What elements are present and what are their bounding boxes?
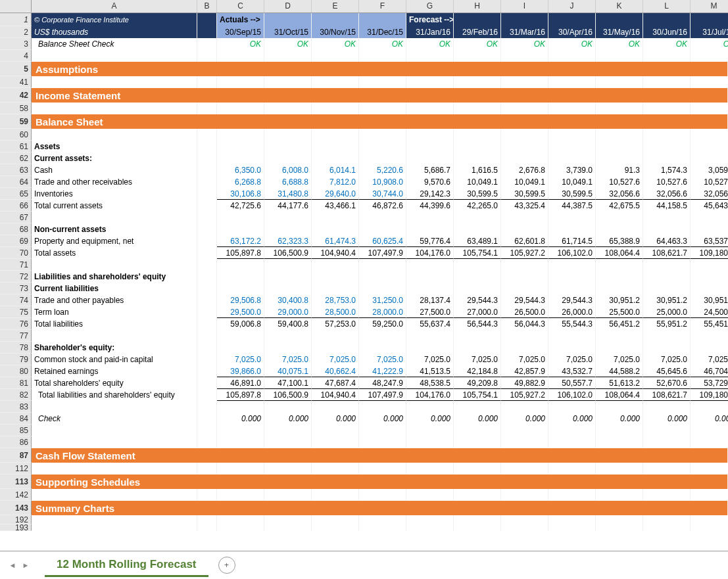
cell[interactable] bbox=[596, 212, 643, 223]
tab-nav-first-icon[interactable]: ◄ bbox=[7, 559, 18, 571]
cell[interactable]: 10,049.1 bbox=[548, 176, 596, 188]
cell[interactable] bbox=[691, 212, 728, 223]
cell[interactable] bbox=[501, 425, 548, 436]
cell[interactable] bbox=[454, 129, 501, 141]
cell[interactable] bbox=[596, 103, 643, 114]
cell[interactable]: 6,268.8 bbox=[217, 176, 264, 188]
cell[interactable]: 31/Jan/16 bbox=[406, 26, 454, 38]
cell[interactable] bbox=[264, 342, 312, 354]
cell[interactable] bbox=[264, 259, 312, 271]
cell[interactable]: 104,940.4 bbox=[312, 389, 359, 401]
cell[interactable] bbox=[312, 342, 359, 354]
cell[interactable] bbox=[197, 330, 217, 342]
cell[interactable] bbox=[548, 436, 596, 448]
cell[interactable]: 44,177.6 bbox=[264, 200, 312, 212]
cell[interactable] bbox=[197, 13, 217, 26]
cell[interactable]: Total liabilities bbox=[32, 318, 197, 330]
cell[interactable] bbox=[643, 129, 691, 141]
row-header[interactable]: 42 bbox=[0, 88, 32, 103]
cell[interactable] bbox=[501, 342, 548, 354]
cell[interactable]: 6,688.8 bbox=[264, 176, 312, 188]
cell[interactable]: 31,480.8 bbox=[264, 188, 312, 200]
cell[interactable] bbox=[197, 200, 217, 212]
cell[interactable] bbox=[691, 76, 728, 88]
cell[interactable] bbox=[548, 342, 596, 354]
cell[interactable] bbox=[406, 436, 454, 448]
cell[interactable] bbox=[501, 271, 548, 283]
cell[interactable] bbox=[264, 401, 312, 413]
cell[interactable]: 44,399.6 bbox=[406, 200, 454, 212]
cell[interactable] bbox=[643, 103, 691, 114]
cell[interactable]: 109,180.8 bbox=[691, 247, 728, 259]
cell[interactable]: 5,686.7 bbox=[406, 164, 454, 176]
cell[interactable]: Assumptions bbox=[32, 62, 728, 76]
cell[interactable] bbox=[643, 13, 691, 26]
row-header[interactable]: 69 bbox=[0, 235, 32, 247]
row-header[interactable]: 81 bbox=[0, 377, 32, 389]
cell[interactable] bbox=[217, 141, 264, 152]
cell[interactable]: Term loan bbox=[32, 306, 197, 318]
cell[interactable]: 1,616.5 bbox=[454, 164, 501, 176]
cell[interactable] bbox=[197, 389, 217, 401]
cell[interactable]: OK bbox=[406, 38, 454, 50]
cell[interactable] bbox=[197, 259, 217, 271]
cell[interactable]: 105,927.2 bbox=[501, 389, 548, 401]
cell[interactable]: 0.000 bbox=[359, 413, 406, 425]
cell[interactable]: 24,500.0 bbox=[691, 306, 728, 318]
cell[interactable] bbox=[643, 283, 691, 294]
col-header-B[interactable]: B bbox=[197, 0, 217, 12]
cell[interactable] bbox=[501, 141, 548, 152]
cell[interactable]: 39,866.0 bbox=[217, 365, 264, 377]
cell[interactable] bbox=[197, 425, 217, 436]
cell[interactable] bbox=[359, 489, 406, 501]
cell[interactable]: 47,100.1 bbox=[264, 377, 312, 389]
row-header[interactable]: 84 bbox=[0, 413, 32, 425]
cell[interactable]: 46,891.0 bbox=[217, 377, 264, 389]
cell[interactable] bbox=[501, 103, 548, 114]
cell[interactable] bbox=[501, 524, 548, 531]
cell[interactable] bbox=[548, 330, 596, 342]
row-header[interactable]: 70 bbox=[0, 247, 32, 259]
cell[interactable] bbox=[548, 103, 596, 114]
add-sheet-button[interactable]: + bbox=[218, 557, 235, 574]
cell[interactable] bbox=[596, 425, 643, 436]
cell[interactable]: 106,102.0 bbox=[548, 389, 596, 401]
cell[interactable]: OK bbox=[312, 38, 359, 50]
cell[interactable] bbox=[312, 259, 359, 271]
cell[interactable] bbox=[501, 259, 548, 271]
cell[interactable] bbox=[217, 212, 264, 223]
cell[interactable] bbox=[312, 401, 359, 413]
cell[interactable]: 107,497.9 bbox=[359, 247, 406, 259]
cell[interactable] bbox=[312, 76, 359, 88]
cell[interactable] bbox=[312, 489, 359, 501]
cell[interactable] bbox=[596, 259, 643, 271]
cell[interactable] bbox=[548, 129, 596, 141]
cell[interactable] bbox=[197, 489, 217, 501]
cell[interactable] bbox=[548, 283, 596, 294]
cell[interactable] bbox=[691, 330, 728, 342]
cell[interactable]: 27,500.0 bbox=[406, 306, 454, 318]
cell[interactable]: 105,897.8 bbox=[217, 389, 264, 401]
row-header[interactable]: 41 bbox=[0, 76, 32, 88]
cell[interactable] bbox=[264, 330, 312, 342]
cell[interactable] bbox=[359, 330, 406, 342]
cell[interactable] bbox=[643, 212, 691, 223]
cell[interactable]: 27,000.0 bbox=[454, 306, 501, 318]
col-header-D[interactable]: D bbox=[264, 0, 312, 12]
cell[interactable]: 44,588.2 bbox=[596, 365, 643, 377]
col-header-G[interactable]: G bbox=[406, 0, 454, 12]
cell[interactable] bbox=[264, 103, 312, 114]
cell[interactable] bbox=[548, 141, 596, 152]
cell[interactable] bbox=[32, 330, 197, 342]
cell[interactable] bbox=[643, 152, 691, 164]
cell[interactable] bbox=[691, 515, 728, 524]
cell[interactable] bbox=[197, 176, 217, 188]
cell[interactable] bbox=[691, 129, 728, 141]
row-header[interactable]: 82 bbox=[0, 389, 32, 401]
cell[interactable]: 0.000 bbox=[596, 413, 643, 425]
cell[interactable]: 91.3 bbox=[596, 164, 643, 176]
cell[interactable] bbox=[197, 129, 217, 141]
cell[interactable]: 40,662.4 bbox=[312, 365, 359, 377]
cell[interactable] bbox=[406, 425, 454, 436]
cell[interactable]: 56,451.2 bbox=[596, 318, 643, 330]
